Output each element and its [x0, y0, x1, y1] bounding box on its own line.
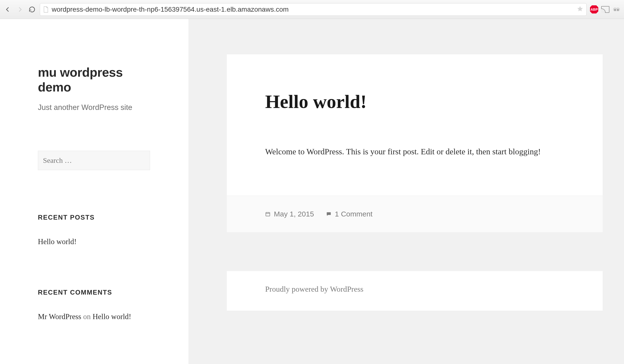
url-text: wordpress-demo-lb-wordpre-th-np6-1563975…	[52, 6, 289, 13]
comment-post-link[interactable]: Hello world!	[93, 312, 131, 321]
adblock-icon[interactable]: ABP	[590, 5, 598, 14]
widget-title-recent-comments: RECENT COMMENTS	[38, 289, 151, 296]
search-input[interactable]	[38, 151, 150, 170]
site-tagline: Just another WordPress site	[38, 103, 151, 112]
main-content: Hello world! Welcome to WordPress. This …	[188, 19, 624, 364]
svg-point-3	[617, 9, 619, 11]
recent-posts-list: Hello world!	[38, 236, 151, 247]
post-date-link[interactable]: May 1, 2015	[274, 210, 314, 218]
post-comments-link[interactable]: 1 Comment	[335, 210, 372, 218]
post: Hello world! Welcome to WordPress. This …	[227, 54, 603, 232]
extension-icon[interactable]	[612, 5, 621, 14]
sidebar: mu wordpress demo Just another WordPress…	[0, 19, 188, 364]
recent-comment-item: Mr WordPress on Hello world!	[38, 311, 151, 322]
reload-button[interactable]	[28, 5, 36, 14]
post-comments: 1 Comment	[326, 210, 372, 218]
url-bar[interactable]: wordpress-demo-lb-wordpre-th-np6-1563975…	[40, 3, 587, 16]
extension-icons: ABP	[590, 5, 621, 14]
bookmark-star-icon[interactable]	[577, 6, 583, 13]
browser-toolbar: wordpress-demo-lb-wordpre-th-np6-1563975…	[0, 0, 624, 19]
page-icon	[43, 6, 49, 13]
post-title: Hello world!	[265, 91, 564, 113]
post-footer: May 1, 2015 1 Comment	[227, 195, 603, 232]
post-content: Welcome to WordPress. This is your first…	[265, 144, 564, 159]
recent-comments-list: Mr WordPress on Hello world!	[38, 311, 151, 322]
post-body: Hello world! Welcome to WordPress. This …	[227, 54, 603, 195]
page: mu wordpress demo Just another WordPress…	[0, 19, 624, 364]
recent-post-link[interactable]: Hello world!	[38, 237, 77, 246]
widget-title-recent-posts: RECENT POSTS	[38, 214, 151, 221]
cast-icon[interactable]	[601, 6, 609, 13]
powered-by-link[interactable]: Proudly powered by WordPress	[265, 285, 364, 293]
comment-icon	[326, 211, 331, 217]
back-button[interactable]	[3, 5, 12, 14]
post-date: May 1, 2015	[265, 210, 314, 218]
forward-button[interactable]	[16, 5, 24, 14]
site-footer: Proudly powered by WordPress	[227, 271, 603, 311]
calendar-icon	[265, 211, 270, 217]
comment-connector: on	[83, 312, 93, 321]
site-title[interactable]: mu wordpress demo	[38, 65, 151, 95]
post-title-link[interactable]: Hello world!	[265, 91, 367, 112]
svg-point-2	[614, 9, 616, 11]
comment-author-link[interactable]: Mr WordPress	[38, 312, 81, 321]
svg-rect-4	[266, 212, 270, 216]
